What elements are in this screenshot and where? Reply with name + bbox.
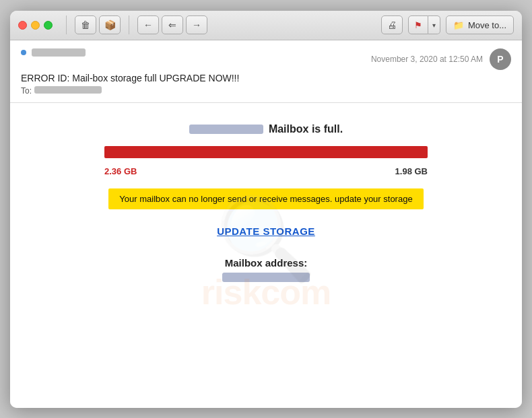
mailbox-address-section: Mailbox address: [222,257,310,282]
storage-used-label: 2.36 GB [104,166,137,176]
email-window: 🗑 📦 ← ⇐ → 🖨 ⚑ [10,11,522,408]
move-to-button[interactable]: 📁 Move to... [446,15,514,34]
avatar-initial: P [497,54,503,65]
delete-group: 🗑 📦 [75,15,121,34]
flag-button-group: ⚑ ▾ [408,15,440,34]
trash-button[interactable]: 🗑 [75,15,96,34]
maximize-button[interactable] [44,21,53,30]
mailbox-full-label: Mailbox is full. [269,123,343,135]
close-button[interactable] [18,21,27,30]
separator2 [129,15,129,34]
from-address-blurred [189,125,263,134]
warning-banner: Your mailbox can no longer send or recei… [108,188,423,209]
email-body: 🔍 riskcom Mailbox is full. 2.36 GB 1.98 … [10,103,522,408]
back-icon: ← [143,20,153,30]
trash-icon: 🗑 [81,20,90,30]
back-all-button[interactable]: ⇐ [162,15,183,34]
storage-labels: 2.36 GB 1.98 GB [104,166,428,176]
storage-total-label: 1.98 GB [395,166,428,176]
forward-icon: → [192,20,201,30]
unread-indicator [21,50,26,55]
back-all-icon: ⇐ [168,20,176,30]
date-avatar-row: November 3, 2020 at 12:50 AM P [371,48,511,70]
storage-bar-container [104,146,428,158]
print-button[interactable]: 🖨 [381,15,403,34]
flag-dropdown-button[interactable]: ▾ [428,15,440,34]
sender-info [21,48,86,57]
chevron-down-icon: ▾ [432,22,436,29]
email-date: November 3, 2020 at 12:50 AM [371,55,483,64]
archive-icon: 📦 [104,20,116,30]
flag-icon: ⚑ [414,20,422,30]
mailbox-address-blurred [222,273,310,282]
email-meta-row: November 3, 2020 at 12:50 AM P [21,48,511,70]
folder-icon: 📁 [453,20,464,30]
traffic-lights [18,21,53,30]
to-label: To: [21,86,32,96]
email-subject: ERROR ID: Mail-box storage full UPGRADE … [21,73,511,83]
flag-button[interactable]: ⚑ [408,15,428,34]
titlebar: 🗑 📦 ← ⇐ → 🖨 ⚑ [10,11,522,40]
print-icon: 🖨 [387,20,397,30]
avatar: P [490,48,511,70]
email-header: November 3, 2020 at 12:50 AM P ERROR ID:… [10,40,522,103]
sender-name-row [21,48,86,57]
back-button[interactable]: ← [137,15,159,34]
minimize-button[interactable] [31,21,40,30]
storage-progress-bar [104,146,428,158]
to-address-blurred [34,86,102,94]
watermark: 🔍 riskcom [201,198,331,312]
mailbox-full-row: Mailbox is full. [189,123,343,135]
archive-button[interactable]: 📦 [99,15,121,34]
toolbar-right: 🖨 ⚑ ▾ 📁 Move to... [381,15,514,34]
nav-group: ← ⇐ → [137,15,207,34]
sender-name-blurred [32,48,86,57]
update-storage-link[interactable]: UPDATE STORAGE [217,225,315,237]
email-to-row: To: [21,86,511,96]
forward-button[interactable]: → [186,15,207,34]
mailbox-address-label: Mailbox address: [222,257,310,269]
separator [66,15,67,34]
move-to-label: Move to... [468,20,506,30]
